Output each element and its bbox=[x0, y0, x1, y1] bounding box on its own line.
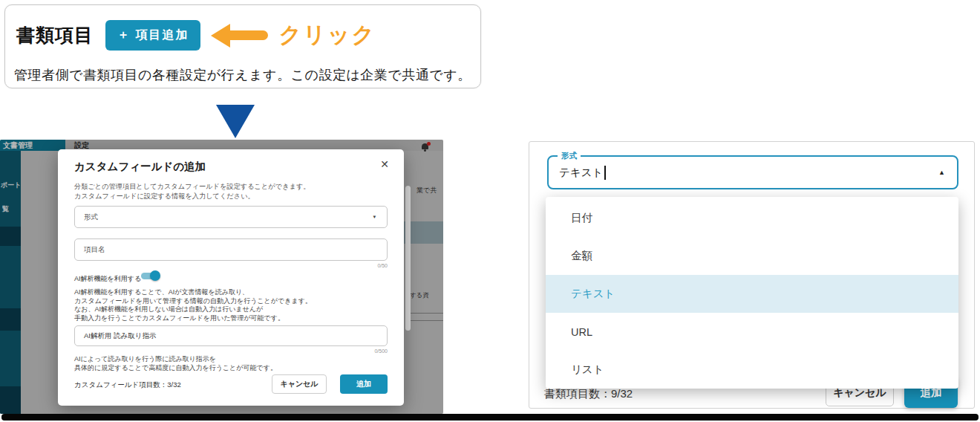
settings-screenshot: 文書管理 設定 ポート 覧 業で共 する資 カスタムフィールドの追加 ✕ 分類ご… bbox=[0, 140, 443, 414]
option-url[interactable]: URL bbox=[546, 313, 958, 351]
add-item-button[interactable]: ＋ 項目追加 bbox=[105, 20, 200, 51]
page-title: 書類項目 bbox=[16, 23, 94, 48]
annotation-header-row: 書類項目 ＋ 項目追加 クリック bbox=[16, 20, 376, 51]
ai-instruction-note: AIによって読み取りを行う際に読み取り指示を 具体的に規定することで高精度に自動… bbox=[74, 355, 277, 372]
ai-instruction-counter: 0/500 bbox=[374, 348, 388, 354]
ai-instruction-placeholder: AI解析用 読み取り指示 bbox=[84, 331, 157, 341]
option-date[interactable]: 日付 bbox=[546, 199, 958, 237]
page-scrollbar[interactable] bbox=[405, 186, 411, 331]
text-cursor bbox=[604, 166, 606, 180]
format-options-menu: 日付 金額 テキスト URL リスト bbox=[546, 197, 958, 389]
ai-note-line: 具体的に規定することで高精度に自動入力を行うことが可能です。 bbox=[74, 364, 277, 373]
format-field-text: テキスト bbox=[559, 166, 603, 180]
ai-description-line: カスタムフィールドを用いて管理する情報の自動入力を行うことができます。 bbox=[74, 297, 312, 306]
format-combobox[interactable]: 形式 テキスト ▲ bbox=[547, 155, 958, 189]
submit-add-button[interactable]: 追加 bbox=[340, 374, 388, 394]
toggle-knob bbox=[150, 270, 160, 281]
option-amount[interactable]: 金額 bbox=[546, 237, 958, 275]
ai-description: AI解析機能を利用することで、AIが文書情報を読み取り、 カスタムフィールドを用… bbox=[74, 288, 312, 322]
ai-description-line: 手動入力を行うことでカスタムフィールドを用いた管理が可能です。 bbox=[74, 314, 312, 323]
modal-description-line2: カスタムフィールドに設定する情報を入力してください。 bbox=[74, 192, 255, 201]
modal-description-line1: 分類ごとの管理項目としてカスタムフィールドを設定することができます。 bbox=[74, 182, 310, 192]
ai-toggle-switch[interactable] bbox=[141, 271, 159, 280]
format-dropdown-screenshot: 形式 テキスト ▲ 書類項目数：9/32 キャンセル 追加 日付 金額 テキスト… bbox=[529, 141, 975, 409]
left-arrow-icon bbox=[211, 24, 268, 48]
ai-toggle-label: AI解析機能を利用する bbox=[74, 274, 141, 284]
chevron-down-icon: ▼ bbox=[372, 215, 376, 220]
ai-note-line: AIによって読み取りを行う際に読み取り指示を bbox=[74, 355, 277, 364]
ai-description-line: AI解析機能を利用することで、AIが文書情報を読み取り、 bbox=[74, 288, 312, 297]
down-arrow-icon bbox=[216, 105, 255, 138]
item-name-counter: 0/50 bbox=[377, 263, 388, 268]
ai-description-line: なお、AI解析機能を利用しない場合は自動入力は行いませんが bbox=[74, 305, 312, 314]
format-select[interactable]: 形式 ▼ bbox=[74, 206, 388, 228]
item-name-placeholder: 項目名 bbox=[84, 245, 105, 255]
left-arrow-head bbox=[211, 24, 230, 48]
option-list[interactable]: リスト bbox=[546, 351, 958, 389]
cancel-button[interactable]: キャンセル bbox=[272, 374, 327, 394]
item-name-input[interactable]: 項目名 bbox=[74, 238, 388, 261]
close-icon[interactable]: ✕ bbox=[380, 158, 389, 170]
custom-field-count: カスタムフィールド項目数：3/32 bbox=[74, 380, 181, 390]
add-custom-field-modal: カスタムフィールドの追加 ✕ 分類ごとの管理項目としてカスタムフィールドを設定す… bbox=[58, 149, 404, 406]
modal-title: カスタムフィールドの追加 bbox=[74, 160, 206, 174]
bottom-divider-bar bbox=[1, 414, 979, 421]
annotation-description: 管理者側で書類項目の各種設定が行えます。この設定は企業で共通です。 bbox=[14, 66, 471, 84]
format-select-placeholder: 形式 bbox=[84, 212, 98, 222]
format-field-value: テキスト bbox=[559, 157, 606, 188]
left-arrow-shaft bbox=[229, 30, 268, 40]
click-callout-label: クリック bbox=[278, 20, 376, 51]
option-text-selected[interactable]: テキスト bbox=[546, 275, 958, 313]
ai-instruction-input[interactable]: AI解析用 読み取り指示 bbox=[74, 325, 388, 346]
tutorial-canvas: 書類項目 ＋ 項目追加 クリック 管理者側で書類項目の各種設定が行えます。この設… bbox=[0, 0, 980, 422]
chevron-up-icon: ▲ bbox=[938, 157, 945, 188]
document-item-count: 書類項目数：9/32 bbox=[544, 387, 633, 401]
annotation-card: 書類項目 ＋ 項目追加 クリック 管理者側で書類項目の各種設定が行えます。この設… bbox=[4, 4, 481, 88]
